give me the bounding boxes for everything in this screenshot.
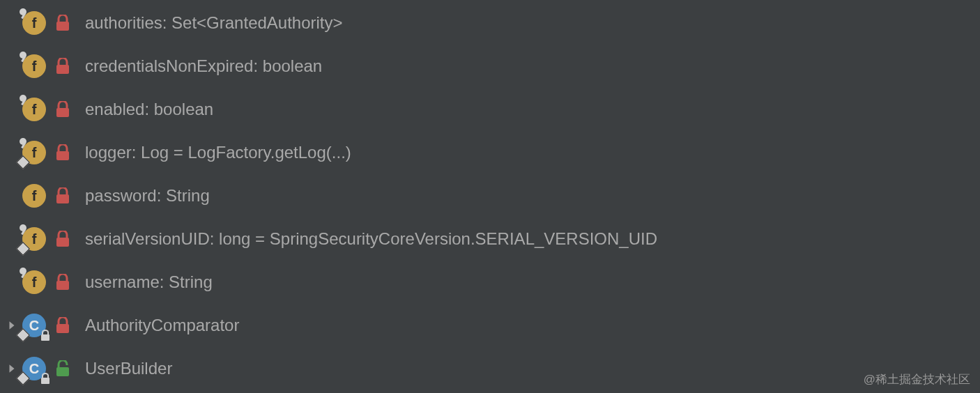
member-label: credentialsNonExpired: boolean [85, 56, 322, 76]
expand-arrow-icon [6, 60, 18, 72]
svg-rect-4 [56, 194, 69, 203]
private-lock-icon [53, 186, 72, 206]
nested-lock-icon [40, 374, 50, 384]
structure-member-row[interactable]: flogger: Log = LogFactory.getLog(...) [0, 131, 980, 174]
member-label: AuthorityComparator [85, 316, 239, 335]
final-pin-icon [20, 52, 29, 61]
expand-arrow-icon[interactable] [6, 362, 18, 375]
public-lock-icon [53, 359, 72, 378]
structure-tree: fauthorities: Set<GrantedAuthority>fcred… [0, 0, 980, 390]
structure-member-row[interactable]: fcredentialsNonExpired: boolean [0, 45, 980, 88]
field-icon: f [21, 53, 47, 79]
field-icon: f [21, 139, 47, 166]
private-lock-icon [53, 13, 72, 33]
member-label: serialVersionUID: long = SpringSecurityC… [85, 229, 657, 249]
private-lock-icon [53, 100, 72, 119]
field-icon: f [21, 96, 47, 123]
expand-arrow-icon [6, 146, 18, 159]
nested-lock-icon [40, 331, 50, 341]
member-label: enabled: boolean [85, 100, 213, 119]
svg-rect-6 [56, 281, 69, 290]
final-pin-icon [20, 138, 29, 148]
expand-arrow-icon [6, 190, 18, 202]
final-pin-icon [20, 224, 29, 234]
private-lock-icon [53, 229, 72, 249]
private-lock-icon [53, 56, 72, 76]
final-pin-icon [20, 268, 29, 277]
private-lock-icon [53, 143, 72, 162]
svg-rect-8 [56, 367, 69, 376]
structure-member-row[interactable]: CAuthorityComparator [0, 304, 980, 347]
structure-member-row[interactable]: fpassword: String [0, 174, 980, 217]
member-label: password: String [85, 186, 210, 206]
field-icon: f [21, 183, 47, 209]
structure-member-row[interactable]: fusername: String [0, 261, 980, 304]
svg-rect-5 [56, 238, 69, 247]
svg-rect-3 [56, 151, 69, 160]
structure-member-row[interactable]: CUserBuilder [0, 347, 980, 390]
expand-arrow-icon [6, 103, 18, 116]
svg-rect-2 [56, 108, 69, 117]
expand-arrow-icon [6, 276, 18, 288]
expand-arrow-icon [6, 233, 18, 245]
member-label: UserBuilder [85, 359, 172, 378]
final-pin-icon [20, 95, 29, 105]
svg-rect-1 [56, 65, 69, 74]
class-icon: C [21, 355, 47, 382]
field-icon: f [21, 226, 47, 252]
structure-member-row[interactable]: fauthorities: Set<GrantedAuthority> [0, 1, 980, 45]
private-lock-icon [53, 316, 72, 335]
class-icon: C [21, 312, 47, 339]
expand-arrow-icon [6, 17, 18, 29]
structure-member-row[interactable]: fenabled: boolean [0, 88, 980, 131]
member-label: authorities: Set<GrantedAuthority> [85, 13, 343, 33]
final-pin-icon [20, 8, 29, 18]
field-icon: f [21, 10, 47, 36]
watermark-text: @稀土掘金技术社区 [864, 371, 970, 387]
private-lock-icon [53, 272, 72, 292]
svg-rect-0 [56, 22, 69, 31]
field-icon: f [21, 269, 47, 295]
structure-member-row[interactable]: fserialVersionUID: long = SpringSecurity… [0, 217, 980, 261]
member-label: logger: Log = LogFactory.getLog(...) [85, 143, 351, 162]
member-label: username: String [85, 272, 213, 292]
svg-rect-7 [56, 324, 69, 333]
expand-arrow-icon[interactable] [6, 319, 18, 332]
